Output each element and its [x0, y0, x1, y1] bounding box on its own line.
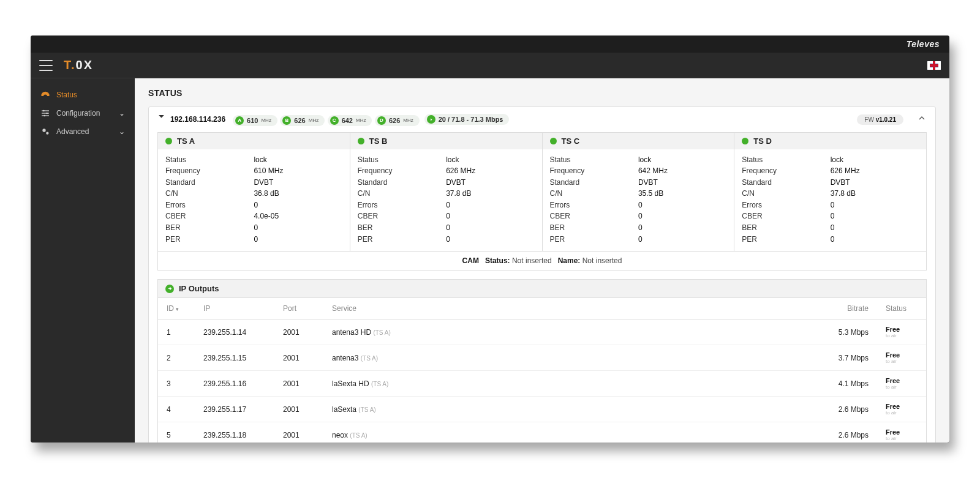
cell-status: Freeto air	[877, 371, 926, 397]
ip-outputs-table-wrap: ID ▾ IP Port Service Bitrate Status 1239…	[157, 298, 927, 443]
service-tag: (TS A)	[361, 355, 378, 362]
ts-name: TS B	[369, 136, 388, 146]
table-row[interactable]: 3239.255.1.162001laSexta HD (TS A)4.1 Mb…	[158, 371, 926, 397]
menu-toggle-button[interactable]	[39, 60, 53, 71]
table-row[interactable]: 4239.255.1.172001laSexta (TS A)2.6 MbpsF…	[158, 397, 926, 422]
status-dot-icon	[165, 138, 172, 144]
logo-text-suffix: X	[84, 58, 93, 72]
svg-point-4	[46, 113, 48, 114]
service-tag: (TS A)	[371, 381, 388, 387]
ts-header: TS C	[543, 133, 734, 149]
cell-id: 3	[158, 371, 195, 397]
language-flag-button[interactable]	[927, 61, 941, 70]
cell-id: 2	[158, 345, 195, 371]
freq-pill: C642MHz	[328, 115, 372, 126]
cell-port: 2001	[274, 345, 323, 371]
cell-service: neox (TS A)	[323, 422, 822, 443]
ts-column: TS CStatusFrequencyStandardC/NErrorsCBER…	[543, 133, 735, 252]
pill-value: 626	[389, 117, 400, 124]
ts-values: lock626 MHzDVBT37.8 dB0000	[446, 154, 534, 245]
table-row[interactable]: 2239.255.1.152001antena3 (TS A)3.7 MbpsF…	[158, 345, 926, 371]
ts-header: TS B	[350, 133, 542, 149]
rate-value: 20 / 71.8 - 71.3 Mbps	[439, 116, 503, 123]
service-tag: (TS A)	[373, 329, 390, 336]
sliders-icon	[40, 108, 50, 118]
ip-outputs-header: IP Outputs	[157, 279, 927, 298]
ip-outputs-title: IP Outputs	[179, 284, 219, 293]
service-tag: (TS A)	[358, 406, 375, 413]
antenna-icon	[157, 114, 165, 124]
rate-pill: 20 / 71.8 - 71.3 Mbps	[424, 114, 510, 125]
ts-header: TS A	[158, 133, 350, 149]
svg-point-3	[43, 110, 45, 112]
cell-port: 2001	[274, 397, 323, 422]
ts-keys: StatusFrequencyStandardC/NErrorsCBERBERP…	[358, 154, 446, 245]
page-title: STATUS	[148, 88, 936, 98]
cam-name-value: Not inserted	[582, 256, 622, 265]
sidebar: Status Configuration ⌄ Advanced ⌄	[31, 78, 135, 443]
svg-rect-0	[42, 110, 49, 111]
logo-text-zero: 0	[76, 58, 84, 72]
cell-bitrate: 2.6 Mbps	[822, 422, 877, 443]
ts-column: TS AStatusFrequencyStandardC/NErrorsCBER…	[158, 133, 350, 252]
ts-body: StatusFrequencyStandardC/NErrorsCBERBERP…	[734, 149, 926, 252]
pill-value: 610	[247, 117, 258, 124]
brand-bar: Televes	[31, 35, 949, 53]
pill-letter: B	[282, 116, 291, 125]
status-dot-icon	[742, 138, 748, 144]
fw-label: FW	[864, 116, 874, 123]
sidebar-item-advanced[interactable]: Advanced ⌄	[31, 122, 135, 141]
chevron-down-icon: ⌄	[119, 127, 125, 136]
ts-name: TS A	[177, 136, 195, 146]
ts-keys: StatusFrequencyStandardC/NErrorsCBERBERP…	[550, 154, 638, 245]
col-ip[interactable]: IP	[195, 298, 274, 319]
ip-outputs-table: ID ▾ IP Port Service Bitrate Status 1239…	[158, 298, 926, 443]
table-row[interactable]: 5239.255.1.182001neox (TS A)2.6 MbpsFree…	[158, 422, 926, 443]
cam-status-label: Status:	[485, 256, 510, 265]
app-logo: T.0X	[64, 58, 93, 72]
cell-service: antena3 (TS A)	[323, 345, 822, 371]
content-area: STATUS 192.168.114.236 A610MHz B626MHz C…	[135, 78, 949, 443]
table-row[interactable]: 1239.255.1.142001antena3 HD (TS A)5.3 Mb…	[158, 319, 926, 345]
cell-port: 2001	[274, 422, 323, 443]
sidebar-item-label: Status	[56, 91, 77, 99]
cell-ip: 239.255.1.14	[195, 319, 274, 345]
cell-status: Freeto air	[877, 422, 926, 443]
service-tag: (TS A)	[350, 432, 367, 439]
ts-name: TS D	[753, 136, 772, 146]
app-shell: Status Configuration ⌄ Advanced ⌄ STATUS	[31, 78, 949, 443]
sidebar-item-configuration[interactable]: Configuration ⌄	[31, 104, 135, 122]
sidebar-item-status[interactable]: Status	[31, 86, 135, 104]
col-status[interactable]: Status	[877, 298, 926, 319]
pill-unit: MHz	[403, 118, 413, 123]
sort-asc-icon: ▾	[174, 306, 179, 312]
cell-id: 4	[158, 397, 195, 422]
ts-body: StatusFrequencyStandardC/NErrorsCBERBERP…	[543, 149, 734, 252]
pill-unit: MHz	[356, 118, 366, 123]
col-service[interactable]: Service	[323, 298, 822, 319]
collapse-toggle-button[interactable]	[917, 113, 927, 125]
cell-ip: 239.255.1.15	[195, 345, 274, 371]
arrow-out-icon	[165, 285, 174, 293]
cell-port: 2001	[274, 319, 323, 345]
sidebar-item-label: Advanced	[56, 127, 89, 136]
cell-ip: 239.255.1.17	[195, 397, 274, 422]
freq-pill: B626MHz	[280, 115, 325, 126]
pill-letter: C	[330, 116, 339, 125]
col-port[interactable]: Port	[274, 298, 323, 319]
cell-id: 1	[158, 319, 195, 345]
device-summary-row: 192.168.114.236 A610MHz B626MHz C642MHz …	[149, 107, 935, 132]
ts-header: TS D	[734, 133, 926, 149]
ts-column: TS DStatusFrequencyStandardC/NErrorsCBER…	[734, 133, 926, 252]
col-id[interactable]: ID ▾	[158, 298, 195, 319]
freq-pill: D626MHz	[375, 115, 420, 126]
ts-name: TS C	[562, 136, 580, 146]
cell-bitrate: 4.1 Mbps	[822, 371, 877, 397]
cell-status: Freeto air	[877, 397, 926, 422]
cell-status: Freeto air	[877, 345, 926, 371]
col-bitrate[interactable]: Bitrate	[822, 298, 877, 319]
device-ip: 192.168.114.236	[170, 115, 225, 124]
svg-point-7	[46, 132, 48, 135]
pill-letter: D	[377, 116, 386, 125]
gears-icon	[40, 127, 50, 136]
